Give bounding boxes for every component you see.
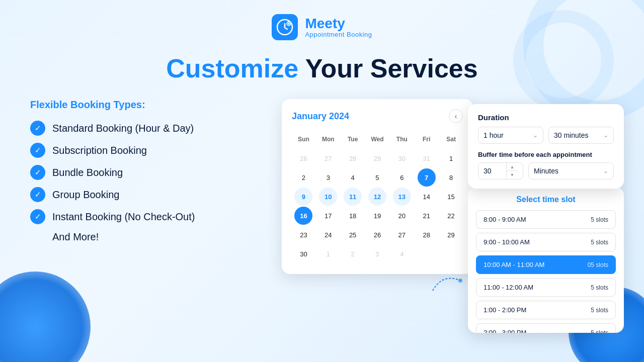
buffer-unit-chevron: ⌄	[603, 167, 608, 174]
cal-cell-27-prev[interactable]: 27	[319, 149, 337, 167]
buffer-unit-value: Minutes	[534, 167, 558, 175]
duration-card: Duration 1 hour ⌄ 30 minutes ⌄ Buffer ti…	[468, 104, 624, 189]
cal-cell-4[interactable]: 4	[344, 168, 362, 187]
cal-cell-23[interactable]: 23	[294, 226, 312, 244]
buffer-number-input-wrapper: 30 ▲ ▼	[478, 162, 523, 179]
check-icon: ✓	[30, 187, 45, 202]
title-dark: Your Services	[305, 54, 478, 83]
duration-hour-select[interactable]: 1 hour ⌄	[478, 127, 543, 144]
cal-cell-4-next[interactable]: 4	[393, 245, 411, 263]
slot-count: 5 slots	[591, 284, 608, 291]
cal-cell-29[interactable]: 29	[442, 226, 460, 244]
cal-cell-30[interactable]: 30	[294, 245, 312, 263]
booking-list-item: ✓ Standard Booking (Hour & Day)	[30, 121, 262, 136]
buffer-number-input[interactable]: 30	[478, 163, 506, 179]
cal-cell-27[interactable]: 27	[393, 226, 411, 244]
slot-time: 11:00 - 12:00 AM	[484, 284, 533, 291]
calendar-grid: Sun Mon Tue Wed Thu Fri Sat 26 27 28 29 …	[292, 130, 463, 263]
cal-cell-31-prev[interactable]: 31	[418, 149, 436, 167]
timeslot-card: Select time slot 8:00 - 9:00 AM 5 slots …	[468, 187, 624, 333]
buffer-selects: 30 ▲ ▼ Minutes ⌄	[478, 162, 614, 179]
day-header-thu: Thu	[393, 130, 411, 148]
slot-count: 5 slots	[591, 307, 608, 314]
cal-cell-16-selected[interactable]: 16	[294, 207, 312, 225]
buffer-decrement-button[interactable]: ▼	[507, 171, 518, 179]
check-icon: ✓	[30, 165, 45, 180]
cal-cell-22[interactable]: 22	[442, 207, 460, 225]
cal-cell-8[interactable]: 8	[442, 168, 460, 187]
logo-name: Meety	[305, 17, 372, 31]
cal-cell-25[interactable]: 25	[344, 226, 362, 244]
cal-cell-28-prev[interactable]: 28	[344, 149, 362, 167]
cal-cell-3[interactable]: 3	[319, 168, 337, 187]
slot-item[interactable]: 8:00 - 9:00 AM 5 slots	[476, 210, 616, 229]
calendar-prev-button[interactable]: ‹	[449, 109, 463, 123]
content-area: Flexible Booking Types: ✓ Standard Booki…	[0, 99, 644, 325]
cal-cell-15[interactable]: 15	[442, 188, 460, 206]
slot-item[interactable]: 10:00 AM - 11:00 AM 05 slots	[476, 255, 616, 274]
slot-count: 5 slots	[591, 329, 608, 333]
svg-point-4	[458, 279, 462, 283]
buffer-unit-select[interactable]: Minutes ⌄	[528, 162, 614, 179]
buffer-increment-button[interactable]: ▲	[507, 163, 518, 171]
cal-cell-12[interactable]: 12	[368, 188, 386, 206]
cal-cell-24[interactable]: 24	[319, 226, 337, 244]
and-more-text: And More!	[52, 231, 262, 243]
cal-cell-5[interactable]: 5	[368, 168, 386, 187]
day-header-mon: Mon	[319, 130, 337, 148]
cal-cell-21[interactable]: 21	[418, 207, 436, 225]
cal-cell-28[interactable]: 28	[418, 226, 436, 244]
left-panel: Flexible Booking Types: ✓ Standard Booki…	[30, 99, 262, 243]
cal-cell-9[interactable]: 9	[294, 188, 312, 206]
cal-cell-7-today[interactable]: 7	[418, 168, 436, 187]
slot-item[interactable]: 9:00 - 10:00 AM 5 slots	[476, 233, 616, 251]
logo-text: Meety Appointment Booking	[305, 17, 372, 38]
duration-min-select[interactable]: 30 minutes ⌄	[548, 127, 614, 144]
calendar-month: January 2024	[292, 111, 349, 122]
title-blue: Customize	[166, 54, 305, 83]
cal-cell-14[interactable]: 14	[418, 188, 436, 206]
cal-cell-17[interactable]: 17	[319, 207, 337, 225]
cal-cell-13[interactable]: 13	[393, 188, 411, 206]
logo-box	[272, 14, 298, 40]
cal-cell-26[interactable]: 26	[368, 226, 386, 244]
cal-cell-19[interactable]: 19	[368, 207, 386, 225]
slot-count: 5 slots	[591, 216, 608, 223]
booking-item-label: Group Booking	[52, 189, 119, 201]
day-header-wed: Wed	[368, 130, 386, 148]
cal-cell-10[interactable]: 10	[319, 188, 337, 206]
cal-cell-26-prev[interactable]: 26	[294, 149, 312, 167]
cal-cell-1-next[interactable]: 1	[319, 245, 337, 263]
duration-min-chevron: ⌄	[603, 132, 608, 139]
cal-cell-20[interactable]: 20	[393, 207, 411, 225]
cal-cell-18[interactable]: 18	[344, 207, 362, 225]
cal-cell-11[interactable]: 11	[344, 188, 362, 206]
slot-time: 2:00 - 3:00 PM	[484, 329, 526, 333]
cal-cell-1[interactable]: 1	[442, 149, 460, 167]
slot-time: 10:00 AM - 11:00 AM	[484, 261, 544, 268]
check-icon: ✓	[30, 209, 45, 224]
booking-item-label: Subscription Booking	[52, 145, 147, 156]
slot-item[interactable]: 1:00 - 2:00 PM 5 slots	[476, 301, 616, 319]
logo-subtitle: Appointment Booking	[305, 31, 372, 38]
cal-cell-2-next[interactable]: 2	[344, 245, 362, 263]
cal-cell-29-prev[interactable]: 29	[368, 149, 386, 167]
slot-time: 9:00 - 10:00 AM	[484, 238, 530, 246]
cal-cell-2[interactable]: 2	[294, 168, 312, 187]
calendar-week-1: 26 27 28 29 30 31 1	[292, 149, 463, 167]
cal-cell-30-prev[interactable]: 30	[393, 149, 411, 167]
logo-icon	[276, 19, 293, 36]
calendar-week-3: 9 10 11 12 13 14 15	[292, 188, 463, 206]
cal-cell-6[interactable]: 6	[393, 168, 411, 187]
cal-cell-3-next[interactable]: 3	[368, 245, 386, 263]
slot-item[interactable]: 11:00 - 12:00 AM 5 slots	[476, 278, 616, 297]
slot-time: 8:00 - 9:00 AM	[484, 216, 526, 223]
slot-item[interactable]: 2:00 - 3:00 PM 5 slots	[476, 323, 616, 333]
page-title: Customize Your Services	[0, 54, 644, 83]
slot-count: 5 slots	[591, 239, 608, 246]
calendar-header: January 2024 ‹	[292, 109, 463, 123]
calendar-week-6: 30 1 2 3 4	[292, 245, 463, 263]
day-header-sun: Sun	[294, 130, 312, 148]
duration-card-title: Duration	[478, 113, 614, 122]
timeslot-card-title: Select time slot	[476, 195, 616, 204]
